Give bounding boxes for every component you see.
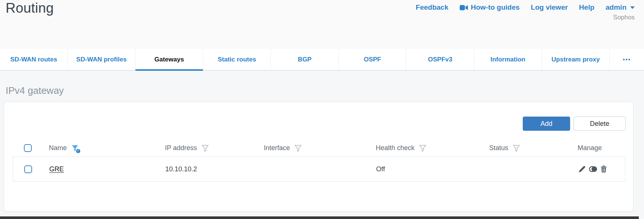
table-toolbar: Add Delete <box>523 117 626 131</box>
page-title: Routing <box>6 0 54 16</box>
add-button[interactable]: Add <box>523 117 570 131</box>
log-viewer-link[interactable]: Log viewer <box>531 3 568 12</box>
filter-icon-status[interactable] <box>512 144 520 152</box>
column-label-interface: Interface <box>264 144 290 152</box>
row-checkbox[interactable] <box>24 165 32 173</box>
tab-label: OSPFv3 <box>428 56 452 63</box>
manage-cell <box>578 165 625 173</box>
how-to-guides-label: How-to guides <box>471 3 520 12</box>
column-label-name: Name <box>49 144 67 152</box>
tab-bgp[interactable]: BGP <box>271 49 339 70</box>
column-label-status: Status <box>489 144 508 152</box>
column-label-manage: Manage <box>578 144 602 152</box>
filter-icon-interface[interactable] <box>294 144 302 152</box>
top-nav: Feedback How-to guides Log viewer Help a… <box>416 3 635 12</box>
section-heading: IPv4 gateway <box>6 85 64 96</box>
column-label-health-check: Health check <box>376 144 415 152</box>
admin-menu[interactable]: admin <box>606 3 635 12</box>
help-link[interactable]: Help <box>579 3 594 12</box>
video-camera-icon <box>460 5 468 10</box>
table-row: GRE 10.10.10.2 Off <box>13 156 625 182</box>
tab-sd-wan-routes[interactable]: SD-WAN routes <box>0 49 68 70</box>
brand-label: Sophos <box>613 14 635 21</box>
clone-icon[interactable] <box>589 165 597 173</box>
tab-ospf[interactable]: OSPF <box>339 49 407 70</box>
tab-label: Upstream proxy <box>551 56 600 63</box>
tab-label: OSPF <box>364 56 381 63</box>
more-tabs-icon: ••• <box>623 56 631 63</box>
tab-label: SD-WAN routes <box>10 56 57 63</box>
tab-label: Gateways <box>154 56 184 63</box>
feedback-link[interactable]: Feedback <box>416 3 448 12</box>
health-check-cell: Off <box>376 165 490 173</box>
page-header: Routing Feedback How-to guides Log viewe… <box>0 0 644 49</box>
tab-ospfv3[interactable]: OSPFv3 <box>406 49 474 70</box>
tab-information[interactable]: Information <box>474 49 542 70</box>
how-to-guides-link[interactable]: How-to guides <box>460 3 520 12</box>
filter-icon-ip-address[interactable] <box>201 144 209 152</box>
tab-label: Static routes <box>218 56 256 63</box>
tab-more[interactable]: ••• <box>610 49 644 70</box>
tab-gateways[interactable]: Gateways <box>135 49 203 70</box>
tab-label: Information <box>490 56 525 63</box>
table-header-row: Name ✓ IP address Interface Health ch <box>13 140 625 156</box>
ip-address-cell: 10.10.10.2 <box>165 165 264 173</box>
admin-label: admin <box>606 3 626 12</box>
tab-label: SD-WAN profiles <box>76 56 126 63</box>
tab-label: BGP <box>298 56 312 63</box>
feedback-label: Feedback <box>416 3 448 12</box>
tab-upstream-proxy[interactable]: Upstream proxy <box>542 49 610 70</box>
window-bottom-edge <box>0 216 639 219</box>
help-label: Help <box>579 3 594 12</box>
gateway-name-link[interactable]: GRE <box>49 165 64 173</box>
tab-sd-wan-profiles[interactable]: SD-WAN profiles <box>68 49 136 70</box>
tab-bar: SD-WAN routes SD-WAN profiles Gateways S… <box>0 49 644 71</box>
filter-active-check-icon: ✓ <box>76 149 81 153</box>
tab-static-routes[interactable]: Static routes <box>203 49 271 70</box>
filter-icon-name[interactable]: ✓ <box>71 144 79 152</box>
edit-icon[interactable] <box>578 165 586 173</box>
content-area: IPv4 gateway Add Delete Name ✓ IP addres… <box>0 71 644 219</box>
delete-icon[interactable] <box>600 165 608 173</box>
caret-down-icon <box>630 6 635 9</box>
column-label-ip-address: IP address <box>165 144 197 152</box>
filter-icon-health-check[interactable] <box>419 144 427 152</box>
select-all-checkbox[interactable] <box>24 144 32 152</box>
delete-button[interactable]: Delete <box>573 117 626 131</box>
gateway-table-card: Add Delete Name ✓ IP address Interface <box>4 102 634 212</box>
log-viewer-label: Log viewer <box>531 3 568 12</box>
